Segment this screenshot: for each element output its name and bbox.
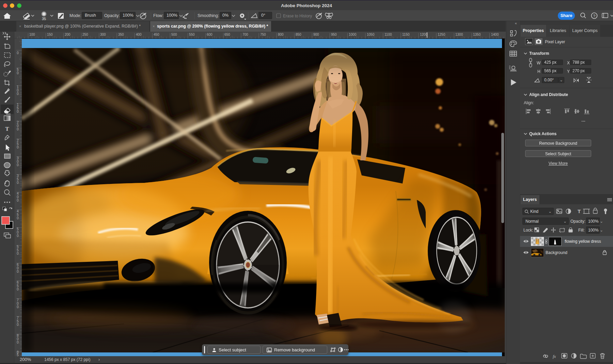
svg-text:0: 0: [17, 110, 19, 113]
svg-text:250: 250: [82, 33, 88, 36]
svg-text:0: 0: [17, 145, 19, 149]
svg-text:?: ?: [593, 14, 595, 18]
svg-text:1050: 1050: [367, 33, 375, 36]
svg-text:1150: 1150: [402, 33, 410, 36]
svg-text:1200: 1200: [420, 33, 428, 36]
svg-text:0: 0: [17, 127, 19, 131]
svg-text:35: 35: [42, 17, 46, 21]
svg-text:200: 200: [65, 33, 70, 36]
svg-text:0: 0: [17, 71, 19, 75]
svg-text:0: 0: [17, 199, 19, 202]
svg-text:0: 0: [17, 341, 19, 344]
svg-text:0: 0: [17, 234, 19, 238]
svg-text:850: 850: [296, 33, 301, 36]
svg-text:0: 0: [17, 163, 19, 167]
svg-text:500: 500: [171, 33, 177, 36]
svg-text:0: 0: [17, 216, 19, 220]
svg-text:1400: 1400: [491, 33, 499, 36]
svg-text:1300: 1300: [455, 33, 463, 36]
svg-text:400: 400: [136, 33, 142, 36]
svg-text:0: 0: [17, 270, 19, 273]
svg-text:fx: fx: [553, 354, 556, 359]
svg-text:450: 450: [154, 33, 159, 36]
svg-text:150: 150: [47, 33, 53, 36]
svg-text:T: T: [578, 208, 581, 214]
svg-text:750: 750: [260, 33, 266, 36]
svg-text:0: 0: [17, 287, 19, 291]
svg-text:0: 0: [17, 252, 19, 255]
svg-text:100: 100: [29, 33, 35, 36]
svg-text:5: 5: [17, 353, 19, 356]
svg-text:350: 350: [118, 33, 124, 36]
svg-text:600: 600: [207, 33, 213, 36]
svg-text:1000: 1000: [349, 33, 357, 36]
svg-text:0: 0: [17, 92, 19, 96]
svg-text:Erase to History: Erase to History: [283, 14, 312, 18]
svg-text:300: 300: [100, 33, 106, 36]
svg-text:650: 650: [224, 33, 230, 36]
svg-text:950: 950: [331, 33, 337, 36]
svg-text:1250: 1250: [438, 33, 445, 36]
svg-text:0: 0: [17, 51, 19, 55]
svg-text:1100: 1100: [384, 33, 392, 36]
svg-text:0: 0: [17, 323, 19, 327]
svg-text:0: 0: [17, 305, 19, 309]
svg-text:900: 900: [313, 33, 319, 36]
svg-text:0: 0: [17, 181, 19, 185]
svg-text:1350: 1350: [473, 33, 481, 36]
svg-text:550: 550: [189, 33, 195, 36]
svg-text:800: 800: [278, 33, 284, 36]
svg-text:T: T: [5, 126, 9, 132]
svg-text:700: 700: [242, 33, 248, 36]
